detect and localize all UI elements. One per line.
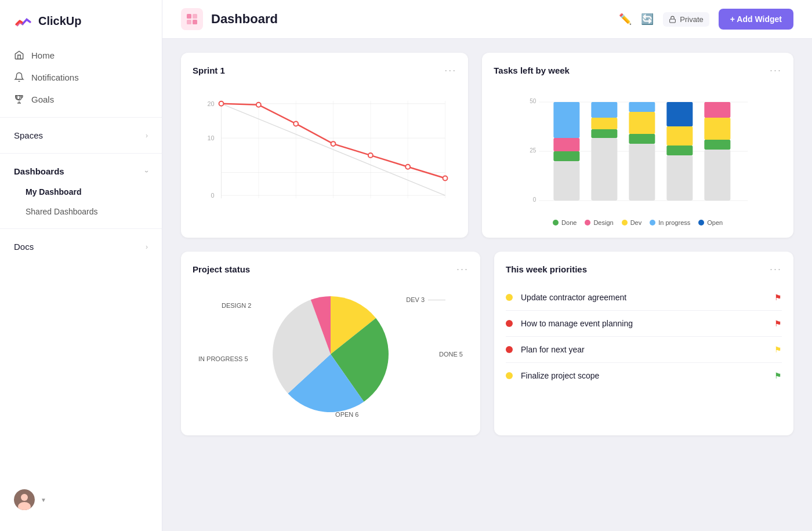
project-status-menu-icon[interactable]: ··· xyxy=(456,263,469,275)
sidebar-item-shared-dashboards[interactable]: Shared Dashboards xyxy=(0,202,162,221)
legend-inprogress-dot xyxy=(650,220,655,226)
sidebar-section-spaces[interactable]: Spaces › xyxy=(0,125,162,146)
bar-chart-svg: 50 25 0 xyxy=(494,86,782,213)
bar-legend: Done Design Dev In progress xyxy=(494,219,782,226)
nav-divider-3 xyxy=(0,228,162,229)
svg-rect-37 xyxy=(554,151,580,161)
legend-design-label: Design xyxy=(593,219,613,226)
tasks-widget-header: Tasks left by week ··· xyxy=(494,64,782,77)
svg-text:10: 10 xyxy=(208,134,215,141)
sidebar-section-dashboards[interactable]: Dashboards › xyxy=(0,161,162,182)
priority-item-4[interactable]: Finalize project scope ⚑ xyxy=(506,363,782,388)
legend-dev-label: Dev xyxy=(630,219,642,226)
sidebar-item-my-dashboard[interactable]: My Dashboard xyxy=(0,182,162,202)
priorities-widget: This week priorities ··· Update contract… xyxy=(494,252,793,435)
svg-rect-44 xyxy=(629,144,655,201)
svg-text:20: 20 xyxy=(208,100,215,107)
pie-label-design: DESIGN 2 xyxy=(222,302,251,309)
svg-rect-39 xyxy=(554,102,580,138)
priority-item-2[interactable]: How to manage event planning ⚑ xyxy=(506,311,782,337)
svg-rect-54 xyxy=(705,118,731,140)
header-right: ✏️ 🔄 Private + Add Widget xyxy=(619,9,793,30)
svg-point-24 xyxy=(256,103,261,107)
project-status-title: Project status xyxy=(193,264,250,274)
user-menu-chevron-icon: ▼ xyxy=(41,497,46,503)
svg-rect-38 xyxy=(554,138,580,151)
svg-rect-52 xyxy=(705,150,731,201)
page-title: Dashboard xyxy=(211,12,278,27)
add-widget-button[interactable]: + Add Widget xyxy=(719,9,793,30)
tasks-title: Tasks left by week xyxy=(494,66,570,75)
priority-flag-2: ⚑ xyxy=(774,319,782,328)
project-status-header: Project status ··· xyxy=(193,263,469,275)
svg-rect-47 xyxy=(629,102,655,112)
svg-rect-51 xyxy=(667,102,693,126)
privacy-label: Private xyxy=(680,15,703,24)
priorities-menu-icon[interactable]: ··· xyxy=(770,263,782,275)
docs-label: Docs xyxy=(14,242,34,252)
priority-item-1[interactable]: Update contractor agreement ⚑ xyxy=(506,285,782,311)
notifications-label: Notifications xyxy=(31,72,79,82)
home-label: Home xyxy=(31,50,55,60)
my-dashboard-label: My Dashboard xyxy=(26,187,81,197)
svg-rect-50 xyxy=(667,126,693,146)
sprint-menu-icon[interactable]: ··· xyxy=(444,64,456,77)
sprint-chart: 20 10 0 xyxy=(193,86,456,213)
svg-rect-7 xyxy=(670,19,676,22)
svg-rect-46 xyxy=(629,112,655,134)
sidebar-item-notifications[interactable]: Notifications xyxy=(0,66,162,88)
bell-icon xyxy=(14,72,24,82)
pie-label-open-text: IN PROGRESS 5 xyxy=(198,355,248,362)
svg-text:25: 25 xyxy=(530,147,537,154)
legend-done-label: Done xyxy=(561,219,577,226)
svg-text:50: 50 xyxy=(530,98,537,104)
priority-flag-3: ⚑ xyxy=(774,345,782,354)
legend-done: Done xyxy=(553,219,577,226)
svg-rect-6 xyxy=(193,20,197,24)
priority-dot-4 xyxy=(506,372,513,379)
pie-chart-area: DEV 3 DONE 5 OPEN 6 IN PRO xyxy=(193,285,469,424)
priority-item-3[interactable]: Plan for next year ⚑ xyxy=(506,337,782,363)
main-content: Dashboard ✏️ 🔄 Private + Add Widget Spri… xyxy=(162,0,812,531)
user-profile[interactable]: ▼ xyxy=(0,480,162,519)
shared-dashboards-label: Shared Dashboards xyxy=(26,207,98,216)
privacy-badge[interactable]: Private xyxy=(663,12,709,27)
goals-label: Goals xyxy=(31,94,54,104)
priorities-header: This week priorities ··· xyxy=(506,263,782,275)
sidebar: ClickUp Home Notifications Goals Spaces … xyxy=(0,0,162,531)
app-name: ClickUp xyxy=(38,14,81,28)
dashboards-label: Dashboards xyxy=(14,166,64,176)
legend-inprogress-label: In progress xyxy=(658,219,690,226)
header-left: Dashboard xyxy=(181,8,278,30)
pie-label-done-text: DONE 5 xyxy=(439,351,463,358)
svg-rect-41 xyxy=(592,129,618,138)
svg-point-1 xyxy=(21,494,28,501)
sidebar-item-home[interactable]: Home xyxy=(0,44,162,66)
edit-icon[interactable]: ✏️ xyxy=(619,13,632,26)
svg-rect-3 xyxy=(187,14,191,19)
sidebar-item-goals[interactable]: Goals xyxy=(0,88,162,110)
sidebar-section-docs[interactable]: Docs › xyxy=(0,236,162,257)
svg-text:0: 0 xyxy=(533,197,536,203)
legend-dev-dot xyxy=(622,220,628,226)
logo-icon xyxy=(14,12,32,30)
legend-dev: Dev xyxy=(622,219,642,226)
logo-area: ClickUp xyxy=(0,12,162,44)
pie-label-dev: DEV 3 xyxy=(406,296,445,303)
priority-text-1: Update contractor agreement xyxy=(521,293,766,302)
refresh-icon[interactable]: 🔄 xyxy=(641,13,654,26)
svg-rect-45 xyxy=(629,134,655,144)
widgets-row-2: Project status ··· xyxy=(181,252,793,435)
tasks-menu-icon[interactable]: ··· xyxy=(770,64,782,77)
docs-chevron-icon: › xyxy=(146,243,148,251)
svg-rect-42 xyxy=(592,118,618,129)
legend-open-label: Open xyxy=(707,219,723,226)
priority-text-3: Plan for next year xyxy=(521,345,766,354)
project-status-widget: Project status ··· xyxy=(181,252,480,435)
svg-rect-48 xyxy=(667,155,693,201)
priority-flag-1: ⚑ xyxy=(774,293,782,302)
avatar xyxy=(14,489,35,510)
svg-point-29 xyxy=(443,176,448,181)
sprint-widget: Sprint 1 ··· xyxy=(181,53,468,238)
legend-design: Design xyxy=(585,219,613,226)
